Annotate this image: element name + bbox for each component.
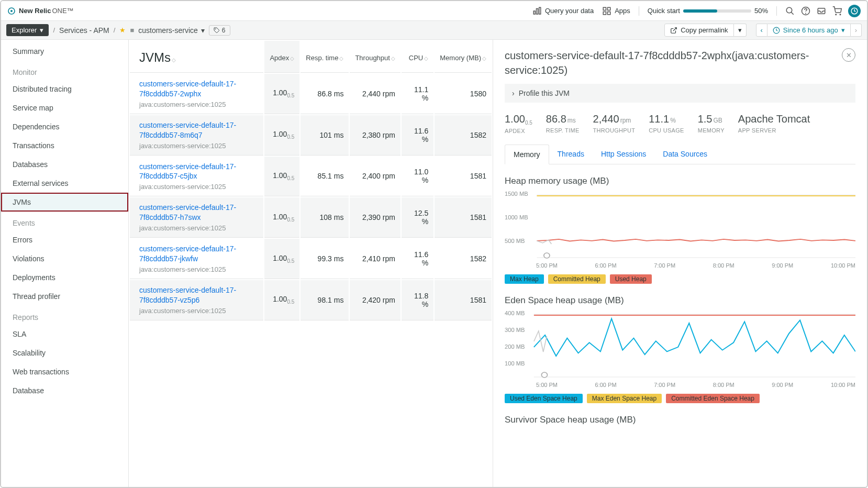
legend-max-heap[interactable]: Max Heap <box>505 274 544 284</box>
sidebar-item-errors[interactable]: Errors <box>1 230 128 249</box>
cart-icon[interactable] <box>832 6 842 16</box>
chart-heap-memory: Heap memory usage (MB) 1500 MB 1000 MB 5… <box>505 176 855 284</box>
sidebar-item-deployments[interactable]: Deployments <box>1 268 128 287</box>
svg-rect-8 <box>608 12 610 14</box>
sidebar-item-web-transactions[interactable]: Web transactions <box>1 362 128 381</box>
jvm-name-link[interactable]: customers-service-default-17-7f8cdddb57-… <box>139 79 258 99</box>
sidebar-item-database[interactable]: Database <box>1 381 128 400</box>
svg-line-10 <box>791 12 794 15</box>
jvm-name-link[interactable]: customers-service-default-17-7f8cdddb57-… <box>139 120 258 140</box>
table-row[interactable]: customers-service-default-17-7f8cdddb57-… <box>130 115 492 156</box>
help-icon[interactable] <box>801 6 810 16</box>
breadcrumb-current[interactable]: customers-service ▾ <box>138 26 205 35</box>
svg-text:100 MB: 100 MB <box>505 360 525 366</box>
table-row[interactable]: customers-service-default-17-7f8cdddb57-… <box>130 74 492 114</box>
tab-data-sources[interactable]: Data Sources <box>654 145 716 164</box>
sidebar-item-service-map[interactable]: Service map <box>1 98 128 117</box>
svg-point-1 <box>10 10 13 12</box>
permalink-dropdown[interactable]: ▾ <box>734 24 747 37</box>
jvms-table-panel: JVMs◇ Apdex◇ Resp. time◇ Throughput◇ CPU… <box>129 40 493 488</box>
sidebar-item-summary[interactable]: Summary <box>1 42 128 61</box>
time-prev-button[interactable]: ‹ <box>756 24 767 37</box>
col-jvms[interactable]: JVMs◇ <box>130 41 263 73</box>
jvm-sub: java:customers-service:1025 <box>139 101 258 108</box>
time-range-select[interactable]: Since 6 hours ago ▾ <box>767 24 851 37</box>
breadcrumb-services[interactable]: Services - APM <box>59 26 109 35</box>
col-apdex[interactable]: Apdex◇ <box>264 41 299 73</box>
explorer-button[interactable]: Explorer ▾ <box>6 24 49 36</box>
jvm-sub: java:customers-service:1025 <box>139 142 258 150</box>
stat-block: 1.000.5APDEX <box>505 113 532 134</box>
breadcrumb-bar: Explorer ▾ / Services - APM / ★ ■ custom… <box>1 21 867 40</box>
svg-point-15 <box>840 14 841 15</box>
tab-http-sessions[interactable]: Http Sessions <box>593 145 654 164</box>
legend-committed-eden[interactable]: Committed Eden Space Heap <box>666 394 760 403</box>
jvm-sub: java:customers-service:1025 <box>139 183 258 191</box>
table-row[interactable]: customers-service-default-17-7f8cdddb57-… <box>130 280 492 320</box>
svg-text:300 MB: 300 MB <box>505 327 525 332</box>
chevron-down-icon: ▾ <box>201 26 205 35</box>
svg-rect-6 <box>608 7 610 10</box>
detail-panel: customers-service-default-17-7f8cdddb57-… <box>493 40 867 488</box>
legend-used-eden[interactable]: Used Eden Space Heap <box>505 394 583 403</box>
sidebar-item-distributed-tracing[interactable]: Distributed tracing <box>1 80 128 98</box>
profile-jvm-row[interactable]: › Profile this JVM <box>505 84 855 103</box>
chevron-right-icon: › <box>512 89 515 97</box>
svg-text:200 MB: 200 MB <box>505 343 525 349</box>
tag-count-pill[interactable]: 6 <box>209 25 230 36</box>
sidebar-item-scalability[interactable]: Scalability <box>1 343 128 362</box>
query-data-link[interactable]: Query your data <box>532 6 594 16</box>
table-row[interactable]: customers-service-default-17-7f8cdddb57-… <box>130 197 492 238</box>
chevron-down-icon: ▾ <box>841 26 845 34</box>
legend-used-heap[interactable]: Used Heap <box>610 274 652 284</box>
col-memory[interactable]: Memory (MB)◇ <box>435 41 492 73</box>
svg-text:400 MB: 400 MB <box>505 310 525 316</box>
svg-point-14 <box>836 14 837 15</box>
sidebar-item-databases[interactable]: Databases <box>1 155 128 174</box>
svg-rect-2 <box>533 11 535 14</box>
jvm-name-link[interactable]: customers-service-default-17-7f8cdddb57-… <box>139 285 258 305</box>
jvm-name-link[interactable]: customers-service-default-17-7f8cdddb57-… <box>139 203 258 223</box>
sort-icon: ◇ <box>172 57 176 63</box>
inbox-icon[interactable] <box>817 6 826 16</box>
star-icon[interactable]: ★ <box>119 26 126 34</box>
sidebar-item-thread-profiler[interactable]: Thread profiler <box>1 287 128 306</box>
user-avatar[interactable] <box>848 5 861 17</box>
search-icon[interactable] <box>785 6 795 16</box>
sort-icon: ◇ <box>339 56 343 61</box>
col-cpu[interactable]: CPU◇ <box>402 41 433 73</box>
jvm-sub: java:customers-service:1025 <box>139 307 258 315</box>
sidebar-item-transactions[interactable]: Transactions <box>1 136 128 155</box>
copy-permalink-button[interactable]: Copy permalink <box>664 24 733 37</box>
quick-start[interactable]: Quick start 50% <box>648 7 768 15</box>
sidebar-item-jvms[interactable]: JVMs <box>1 193 128 212</box>
table-row[interactable]: customers-service-default-17-7f8cdddb57-… <box>130 157 492 197</box>
sidebar-item-violations[interactable]: Violations <box>1 249 128 268</box>
brand-suffix: ONE™ <box>52 7 73 15</box>
tab-threads[interactable]: Threads <box>549 145 593 164</box>
col-resp-time[interactable]: Resp. time◇ <box>301 41 349 73</box>
sidebar-item-external-services[interactable]: External services <box>1 174 128 193</box>
brand-logo[interactable]: New RelicONE™ <box>7 7 74 15</box>
legend-committed-heap[interactable]: Committed Heap <box>548 274 606 284</box>
quick-start-pct: 50% <box>754 7 768 15</box>
stat-block: Apache TomcatAPP SERVER <box>738 113 810 134</box>
col-throughput[interactable]: Throughput◇ <box>350 41 400 73</box>
tab-memory[interactable]: Memory <box>505 145 549 164</box>
stat-block: 11.1%CPU USAGE <box>649 113 684 134</box>
table-row[interactable]: customers-service-default-17-7f8cdddb57-… <box>130 239 492 279</box>
time-next-button[interactable]: › <box>851 24 862 37</box>
sort-icon: ◇ <box>424 56 428 61</box>
close-icon[interactable]: ✕ <box>842 48 855 62</box>
sidebar-section-monitor: Monitor <box>1 61 128 80</box>
svg-text:1000 MB: 1000 MB <box>505 214 528 220</box>
sidebar-item-sla[interactable]: SLA <box>1 325 128 343</box>
apps-link[interactable]: Apps <box>602 6 630 16</box>
jvm-name-link[interactable]: customers-service-default-17-7f8cdddb57-… <box>139 162 258 182</box>
svg-point-17 <box>215 29 216 29</box>
sidebar-item-dependencies[interactable]: Dependencies <box>1 117 128 136</box>
legend-max-eden[interactable]: Max Eden Space Heap <box>587 394 662 403</box>
stat-block: 86.8msRESP. TIME <box>546 113 580 134</box>
jvm-name-link[interactable]: customers-service-default-17-7f8cdddb57-… <box>139 244 258 264</box>
jvm-sub: java:customers-service:1025 <box>139 265 258 273</box>
